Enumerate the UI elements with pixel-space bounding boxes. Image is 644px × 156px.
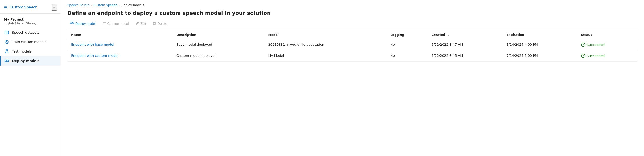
col-logging: Logging — [386, 30, 428, 39]
col-description: Description — [173, 30, 264, 39]
svg-rect-0 — [5, 31, 9, 34]
sidebar-item-train-custom-models[interactable]: Train custom models — [0, 37, 60, 47]
deploy-model-label: Deploy model — [76, 22, 96, 26]
row2-created: 5/22/2022 8:45 AM — [428, 50, 503, 62]
sidebar-item-speech-datasets-label: Speech datasets — [12, 31, 39, 34]
menu-icon: ≡ — [4, 5, 7, 10]
sidebar-nav: Speech datasets Train custom models Test… — [0, 26, 60, 68]
svg-rect-3 — [7, 60, 9, 62]
row2-status-icon: ✓ — [581, 54, 585, 58]
delete-button[interactable]: Delete — [150, 20, 170, 27]
train-models-icon — [4, 40, 9, 44]
col-status: Status — [577, 30, 638, 39]
svg-rect-4 — [70, 22, 72, 23]
table-row: Endpoint with base model Base model depl… — [67, 39, 638, 50]
row1-name: Endpoint with base model — [67, 39, 173, 50]
col-name: Name — [67, 30, 173, 39]
deploy-model-button[interactable]: Deploy model — [67, 20, 98, 27]
row1-status-label: Succeeded — [587, 43, 605, 47]
row2-model: My Model — [264, 50, 386, 62]
svg-rect-5 — [72, 22, 74, 23]
row1-created: 5/22/2022 8:47 AM — [428, 39, 503, 50]
sidebar-item-deploy-models[interactable]: Deploy models — [0, 56, 60, 66]
col-created[interactable]: Created ↓ — [428, 30, 503, 39]
row2-status-badge: ✓ Succeeded — [581, 54, 634, 58]
edit-button[interactable]: Edit — [132, 20, 149, 27]
row1-description: Base model deployed — [173, 39, 264, 50]
table-header-row: Name Description Model Logging Created ↓ — [67, 30, 638, 39]
row2-expiration: 7/14/2024 5:00 PM — [503, 50, 577, 62]
row2-status: ✓ Succeeded — [577, 50, 638, 62]
row1-status-icon: ✓ — [581, 43, 585, 47]
breadcrumb-custom-speech[interactable]: Custom Speech — [93, 3, 117, 7]
delete-label: Delete — [158, 22, 167, 26]
sidebar: ≡ Custom Speech « My Project English (Un… — [0, 0, 61, 156]
sidebar-item-test-models[interactable]: Test models — [0, 47, 60, 56]
sidebar-project-language: English (United States) — [4, 22, 57, 25]
row1-logging: No — [386, 39, 428, 50]
sidebar-header: ≡ Custom Speech « — [0, 0, 60, 14]
breadcrumb: Speech Studio › Custom Speech › Deploy m… — [61, 0, 644, 9]
breadcrumb-sep-2: › — [119, 4, 120, 7]
change-model-label: Change model — [108, 22, 129, 26]
row1-expiration: 1/14/2024 4:00 PM — [503, 39, 577, 50]
change-model-button[interactable]: Change model — [100, 20, 132, 27]
table-container: Name Description Model Logging Created ↓ — [61, 30, 644, 62]
sidebar-project-title: My Project — [4, 18, 57, 21]
breadcrumb-speech-studio[interactable]: Speech Studio — [67, 3, 89, 7]
sidebar-collapse-button[interactable]: « — [52, 4, 57, 10]
sidebar-item-deploy-models-label: Deploy models — [12, 59, 39, 63]
endpoints-table: Name Description Model Logging Created ↓ — [67, 30, 638, 62]
main-content: Speech Studio › Custom Speech › Deploy m… — [61, 0, 644, 156]
svg-rect-6 — [153, 22, 156, 24]
table-row: Endpoint with custom model Custom model … — [67, 50, 638, 62]
deploy-model-icon — [70, 21, 74, 26]
col-expiration: Expiration — [503, 30, 577, 39]
row1-name-link[interactable]: Endpoint with base model — [71, 43, 114, 46]
sidebar-app-name: ≡ Custom Speech — [4, 5, 38, 10]
row1-model: 20210831 + Audio file adaptation — [264, 39, 386, 50]
row2-status-label: Succeeded — [587, 54, 605, 58]
breadcrumb-sep-1: › — [91, 4, 92, 7]
row2-name: Endpoint with custom model — [67, 50, 173, 62]
sort-icon: ↓ — [447, 34, 449, 36]
edit-icon — [136, 22, 139, 26]
change-model-icon — [102, 21, 106, 26]
row2-logging: No — [386, 50, 428, 62]
svg-rect-2 — [5, 60, 6, 62]
row1-status-badge: ✓ Succeeded — [581, 43, 634, 47]
delete-icon — [153, 22, 156, 26]
row2-name-link[interactable]: Endpoint with custom model — [71, 54, 118, 58]
sidebar-item-speech-datasets[interactable]: Speech datasets — [0, 28, 60, 37]
table-body: Endpoint with base model Base model depl… — [67, 39, 638, 62]
toolbar: Deploy model Change model Edit — [61, 20, 644, 30]
deploy-models-icon — [4, 58, 9, 63]
sidebar-project: My Project English (United States) — [0, 14, 60, 26]
row1-status: ✓ Succeeded — [577, 39, 638, 50]
table-header: Name Description Model Logging Created ↓ — [67, 30, 638, 39]
sidebar-item-test-models-label: Test models — [12, 50, 32, 53]
breadcrumb-deploy-models: Deploy models — [121, 3, 144, 7]
test-models-icon — [4, 49, 9, 54]
row2-description: Custom model deployed — [173, 50, 264, 62]
speech-datasets-icon — [4, 30, 9, 35]
page-title: Define an endpoint to deploy a custom sp… — [61, 9, 644, 20]
sidebar-item-train-models-label: Train custom models — [12, 40, 46, 44]
sidebar-app-name-label: Custom Speech — [10, 5, 38, 10]
col-model: Model — [264, 30, 386, 39]
edit-label: Edit — [140, 22, 146, 26]
